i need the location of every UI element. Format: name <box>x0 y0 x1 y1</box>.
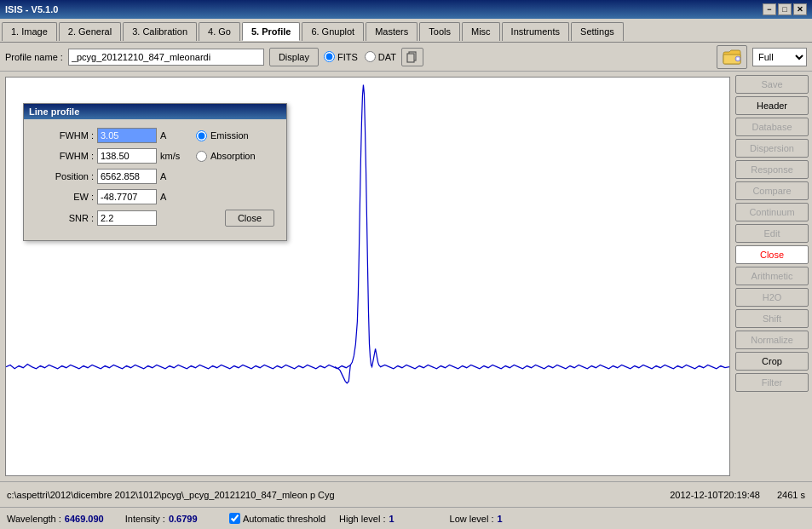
title-controls: − □ ✕ <box>763 3 807 15</box>
file-path: c:\aspettri\2012\dicembre 2012\1012\pcyg… <box>7 490 335 500</box>
fwhm-row-1: FWHM : A Emission <box>36 128 274 143</box>
filter-button[interactable]: Filter <box>735 373 809 392</box>
database-button[interactable]: Database <box>735 118 809 136</box>
save-button[interactable]: Save <box>735 75 809 94</box>
compare-button[interactable]: Compare <box>735 181 809 200</box>
duration: 2461 s <box>777 490 805 500</box>
high-level-value: 1 <box>389 514 436 524</box>
line-profile-dialog: Line profile FWHM : A Emission <box>23 103 287 241</box>
tab-misc[interactable]: Misc <box>462 22 500 41</box>
ew-value: -48.7707 <box>97 189 157 204</box>
absorption-radio-container: Absorption <box>196 151 256 162</box>
snr-label: SNR : <box>36 213 94 223</box>
profile-name-label: Profile name : <box>5 52 63 62</box>
low-level-label: Low level : <box>450 514 494 524</box>
tab-general[interactable]: 2. General <box>59 22 121 41</box>
menu-tabs: 1. Image 2. General 3. Calibration 4. Go… <box>0 19 812 43</box>
snr-row: SNR : 2.2 Close <box>36 210 274 227</box>
position-label: Position : <box>36 171 94 181</box>
ew-unit: A <box>160 192 184 202</box>
svg-point-4 <box>737 57 740 60</box>
dialog-close-button[interactable]: Close <box>225 210 274 227</box>
status-bar: c:\aspettri\2012\dicembre 2012\1012\pcyg… <box>0 481 812 507</box>
h2o-button[interactable]: H2O <box>735 288 809 307</box>
dispersion-button[interactable]: Dispersion <box>735 139 809 158</box>
folder-icon <box>723 49 741 65</box>
dialog-body: FWHM : A Emission FWHM : 138.50 km/s <box>24 119 286 240</box>
tab-settings[interactable]: Settings <box>571 22 624 41</box>
normalize-button[interactable]: Normalize <box>735 331 809 349</box>
low-level-item: Low level : 1 <box>450 514 544 524</box>
tab-calibration[interactable]: 3. Calibration <box>123 22 197 41</box>
position-value: 6562.858 <box>97 169 157 184</box>
dialog-title: Line profile <box>24 104 286 119</box>
close-window-button[interactable]: ✕ <box>793 3 807 15</box>
profile-name-input[interactable] <box>68 49 264 66</box>
absorption-radio[interactable]: Absorption <box>196 151 256 162</box>
auto-threshold-checkbox[interactable] <box>229 513 240 524</box>
tab-tools[interactable]: Tools <box>419 22 460 41</box>
fwhm-label-1: FWHM : <box>36 130 94 141</box>
toolbar-row: Profile name : Display FITS DAT Full Hal… <box>0 43 812 72</box>
wavelength-value: 6469.090 <box>65 514 112 524</box>
position-row: Position : 6562.858 A <box>36 169 274 184</box>
auto-threshold-label: Automatic threshold <box>243 514 325 524</box>
position-unit: A <box>160 171 184 181</box>
title-bar: ISIS - V5.1.0 − □ ✕ <box>0 0 812 19</box>
low-level-value: 1 <box>498 514 544 524</box>
maximize-button[interactable]: □ <box>778 3 792 15</box>
high-level-label: High level : <box>339 514 385 524</box>
crop-button[interactable]: Crop <box>735 352 809 371</box>
edit-button[interactable]: Edit <box>735 224 809 243</box>
view-select[interactable]: Full Half Quarter <box>752 48 807 66</box>
tab-instruments[interactable]: Instruments <box>502 22 569 41</box>
dat-radio[interactable]: DAT <box>365 51 396 62</box>
tab-profile[interactable]: 5. Profile <box>242 22 300 41</box>
fwhm-label-2: FWHM : <box>36 151 94 161</box>
response-button[interactable]: Response <box>735 160 809 179</box>
intensity-item: Intensity : 0.6799 <box>125 514 216 524</box>
display-button[interactable]: Display <box>269 48 319 66</box>
fwhm-input-1[interactable] <box>97 128 157 143</box>
arithmetic-button[interactable]: Arithmetic <box>735 267 809 285</box>
high-level-item: High level : 1 <box>339 514 435 524</box>
format-radio-group: FITS DAT <box>324 51 396 62</box>
right-panel: Save Header Database Dispersion Response… <box>735 72 812 481</box>
svg-rect-1 <box>407 54 414 62</box>
tab-image[interactable]: 1. Image <box>2 22 57 41</box>
tab-go[interactable]: 4. Go <box>199 22 240 41</box>
ew-label: EW : <box>36 192 94 202</box>
fwhm-row-2: FWHM : 138.50 km/s Absorption <box>36 148 274 164</box>
tab-gnuplot[interactable]: 6. Gnuplot <box>302 22 364 41</box>
ew-row: EW : -48.7707 A <box>36 189 274 204</box>
intensity-value: 0.6799 <box>169 514 216 524</box>
intensity-label: Intensity : <box>125 514 165 524</box>
fwhm-unit-1: A <box>160 130 184 141</box>
folder-button[interactable] <box>717 45 747 69</box>
line-type-radio-group: Emission <box>196 130 249 141</box>
snr-value: 2.2 <box>97 210 157 226</box>
tab-masters[interactable]: Masters <box>366 22 418 41</box>
fwhm-value-2: 138.50 <box>97 148 157 164</box>
header-button[interactable]: Header <box>735 96 809 115</box>
bottom-bar: Wavelength : 6469.090 Intensity : 0.6799… <box>0 507 812 529</box>
minimize-button[interactable]: − <box>763 3 776 15</box>
continuum-button[interactable]: Continuum <box>735 203 809 221</box>
app-title: ISIS - V5.1.0 <box>5 4 58 14</box>
timestamp: 2012-12-10T20:19:48 <box>670 490 760 500</box>
wavelength-item: Wavelength : 6469.090 <box>7 514 112 524</box>
fits-radio[interactable]: FITS <box>324 51 358 62</box>
fwhm-unit-2: km/s <box>160 151 184 161</box>
close-button[interactable]: Close <box>735 245 809 264</box>
emission-radio[interactable]: Emission <box>196 130 249 141</box>
copy-icon-button[interactable] <box>401 48 423 66</box>
shift-button[interactable]: Shift <box>735 309 809 328</box>
auto-threshold-item[interactable]: Automatic threshold <box>229 513 325 524</box>
main-content: Line profile FWHM : A Emission <box>0 72 812 481</box>
wavelength-label: Wavelength : <box>7 514 61 524</box>
chart-area[interactable]: Line profile FWHM : A Emission <box>5 77 730 476</box>
copy-icon <box>406 51 418 63</box>
